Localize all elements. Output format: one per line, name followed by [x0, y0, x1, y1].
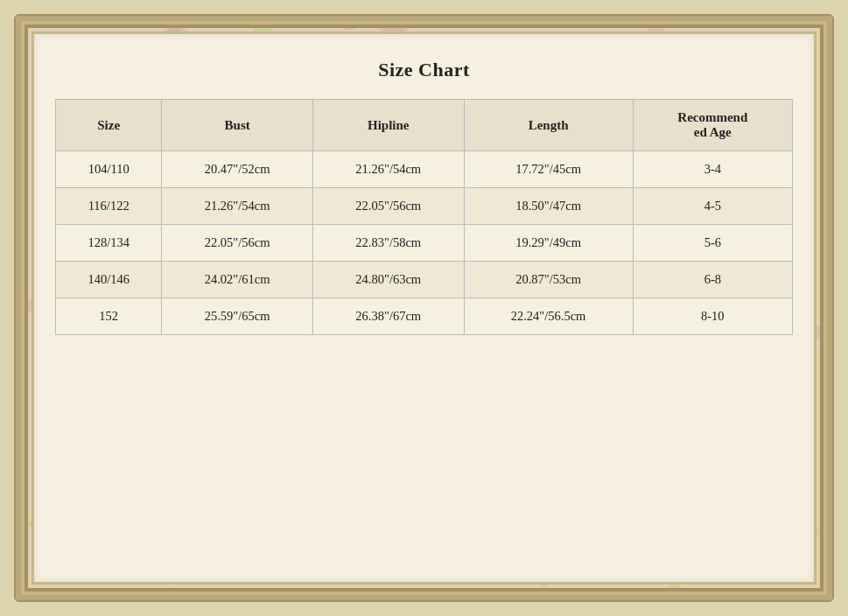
- cell-length: 19.29"/49cm: [464, 225, 633, 262]
- size-chart-table: Size Bust Hipline Length Recommended Age…: [55, 99, 793, 335]
- cell-hipline: 22.83"/58cm: [312, 225, 464, 262]
- cell-bust: 20.47"/52cm: [162, 151, 313, 188]
- cell-age: 5-6: [633, 225, 792, 262]
- cell-hipline: 21.26"/54cm: [312, 151, 464, 188]
- cell-length: 22.24"/56.5cm: [464, 298, 633, 335]
- header-age: Recommended Age: [633, 100, 792, 151]
- cell-bust: 25.59"/65cm: [162, 298, 313, 335]
- table-header-row: Size Bust Hipline Length Recommended Age: [56, 100, 793, 151]
- cell-length: 18.50"/47cm: [464, 188, 633, 225]
- header-length: Length: [464, 100, 633, 151]
- header-size: Size: [56, 100, 162, 151]
- cell-bust: 22.05"/56cm: [162, 225, 313, 262]
- cell-age: 3-4: [633, 151, 792, 188]
- chart-title: Size Chart: [378, 59, 470, 81]
- content-area: Size Chart Size Bust Hipline Length Reco…: [32, 32, 816, 584]
- cell-age: 8-10: [633, 298, 792, 335]
- cell-size: 140/146: [56, 262, 162, 298]
- cell-length: 20.87"/53cm: [464, 262, 633, 298]
- cell-bust: 21.26"/54cm: [162, 188, 313, 225]
- cell-size: 116/122: [56, 188, 162, 225]
- table-row: 15225.59"/65cm26.38"/67cm22.24"/56.5cm8-…: [56, 298, 793, 335]
- cell-size: 152: [56, 298, 162, 335]
- cell-hipline: 26.38"/67cm: [312, 298, 464, 335]
- cell-length: 17.72"/45cm: [464, 151, 633, 188]
- cell-hipline: 22.05"/56cm: [312, 188, 464, 225]
- cell-bust: 24.02"/61cm: [162, 262, 313, 298]
- table-row: 104/11020.47"/52cm21.26"/54cm17.72"/45cm…: [56, 151, 793, 188]
- cell-size: 128/134: [56, 225, 162, 262]
- cell-age: 4-5: [633, 188, 792, 225]
- table-row: 140/14624.02"/61cm24.80"/63cm20.87"/53cm…: [56, 262, 793, 298]
- table-row: 116/12221.26"/54cm22.05"/56cm18.50"/47cm…: [56, 188, 793, 225]
- cell-hipline: 24.80"/63cm: [312, 262, 464, 298]
- cell-size: 104/110: [56, 151, 162, 188]
- cell-age: 6-8: [633, 262, 792, 298]
- header-hipline: Hipline: [312, 100, 464, 151]
- header-bust: Bust: [162, 100, 313, 151]
- table-row: 128/13422.05"/56cm22.83"/58cm19.29"/49cm…: [56, 225, 793, 262]
